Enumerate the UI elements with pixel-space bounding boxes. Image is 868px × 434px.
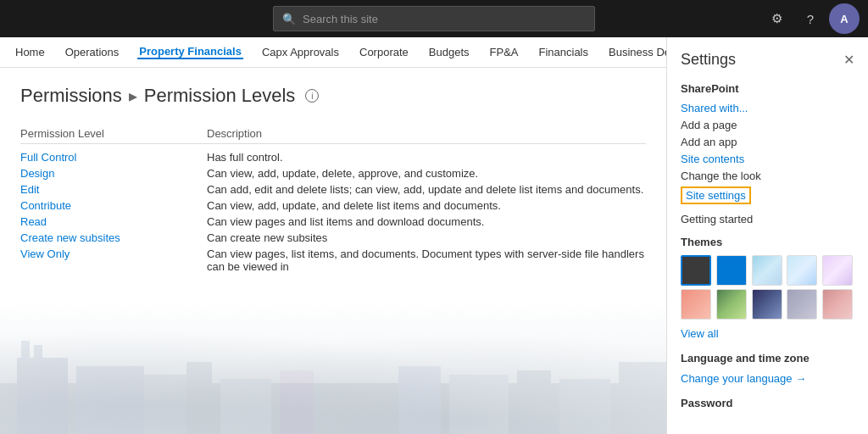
nav-item-property-financials[interactable]: Property Financials [137, 45, 243, 59]
row-desc: Can view pages and list items and downlo… [207, 215, 646, 228]
svg-rect-4 [76, 366, 144, 434]
nav-item-budgets[interactable]: Budgets [427, 46, 471, 58]
table-row: View Only Can view pages, list items, an… [20, 248, 646, 273]
row-level: Read [20, 215, 207, 228]
themes-view-all-link[interactable]: View all [681, 327, 719, 340]
settings-link-add-page[interactable]: Add a page [681, 119, 854, 131]
row-level: View Only [20, 248, 207, 260]
theme-swatch-rose[interactable] [822, 289, 853, 320]
svg-rect-1 [17, 358, 68, 434]
svg-rect-9 [322, 383, 390, 434]
page-content: Permissions ▸ Permission Levels i Permis… [0, 68, 666, 293]
theme-swatch-navy[interactable] [752, 289, 782, 320]
settings-link-shared-with[interactable]: Shared with... [681, 102, 854, 114]
table-row: Full Control Has full control. [20, 151, 646, 164]
settings-link-getting-started[interactable]: Getting started [681, 213, 854, 225]
help-button[interactable]: ? [795, 3, 826, 34]
content-area: Home Operations Property Financials Capx… [0, 37, 666, 434]
info-icon[interactable]: i [305, 89, 319, 103]
theme-swatch-sky[interactable] [787, 255, 817, 286]
settings-link-change-look[interactable]: Change the look [681, 170, 854, 182]
svg-rect-2 [21, 341, 30, 358]
theme-swatch-gray[interactable] [787, 289, 817, 320]
language-link[interactable]: Change your language → [681, 372, 806, 385]
breadcrumb-title: Permissions ▸ Permission Levels i [20, 85, 646, 107]
row-level: Create new subsites [20, 231, 207, 244]
row-level: Contribute [20, 199, 207, 212]
svg-rect-12 [517, 370, 551, 434]
table-row: Read Can view pages and list items and d… [20, 215, 646, 228]
svg-rect-13 [559, 379, 610, 434]
svg-rect-5 [144, 375, 186, 434]
password-section-title: Password [681, 397, 854, 409]
top-bar: 🔍 ⚙ ? A [0, 0, 868, 37]
settings-close-button[interactable]: ✕ [843, 53, 854, 67]
row-desc: Can add, edit and delete lists; can view… [207, 183, 646, 196]
svg-rect-14 [619, 362, 666, 434]
language-section-title: Language and time zone [681, 352, 854, 364]
row-level: Design [20, 167, 207, 180]
nav-item-fpa[interactable]: FP&A [488, 46, 520, 58]
nav-item-corporate[interactable]: Corporate [358, 46, 410, 58]
svg-rect-3 [34, 345, 42, 358]
svg-rect-6 [186, 362, 212, 434]
main-layout: Home Operations Property Financials Capx… [0, 37, 868, 434]
table-row: Design Can view, add, update, delete, ap… [20, 167, 646, 180]
top-icons: ⚙ ? A [761, 3, 860, 34]
nav-item-operations[interactable]: Operations [64, 46, 121, 58]
gear-button[interactable]: ⚙ [761, 3, 792, 34]
row-level: Edit [20, 183, 207, 196]
permissions-table: Permission Level Description Full Contro… [20, 127, 646, 273]
search-icon: 🔍 [282, 13, 296, 25]
themes-section-title: Themes [681, 236, 854, 248]
col-desc-header: Description [207, 127, 646, 140]
settings-link-site-contents[interactable]: Site contents [681, 153, 854, 165]
settings-panel: Settings ✕ SharePoint Shared with... Add… [666, 37, 868, 434]
row-desc: Can view pages, list items, and document… [207, 248, 646, 273]
row-desc: Can view, add, update, delete, approve, … [207, 167, 646, 180]
theme-swatch-dark[interactable] [681, 255, 711, 286]
search-box[interactable]: 🔍 [273, 6, 595, 31]
breadcrumb-parent: Permissions [20, 85, 122, 107]
nav-item-financials[interactable]: Financials [537, 46, 590, 58]
table-header: Permission Level Description [20, 127, 646, 144]
breadcrumb-chevron: ▸ [129, 86, 137, 106]
search-input[interactable] [303, 13, 586, 25]
row-level: Full Control [20, 151, 207, 164]
settings-title: Settings [681, 51, 736, 69]
themes-grid [681, 255, 854, 320]
row-desc: Can create new subsites [207, 231, 646, 244]
settings-header: Settings ✕ [681, 51, 854, 69]
table-row: Create new subsites Can create new subsi… [20, 231, 646, 244]
theme-swatch-light-blue[interactable] [752, 255, 782, 286]
avatar-button[interactable]: A [829, 3, 860, 34]
svg-rect-11 [449, 375, 509, 434]
table-row: Edit Can add, edit and delete lists; can… [20, 183, 646, 196]
row-desc: Has full control. [207, 151, 646, 164]
row-desc: Can view, add, update, and delete list i… [207, 199, 646, 212]
table-row: Contribute Can view, add, update, and de… [20, 199, 646, 212]
theme-swatch-purple[interactable] [822, 255, 853, 286]
language-section: Language and time zone Change your langu… [681, 352, 854, 385]
breadcrumb-child: Permission Levels [144, 85, 296, 107]
nav-item-home[interactable]: Home [14, 46, 47, 58]
settings-link-add-app[interactable]: Add an app [681, 136, 854, 148]
svg-rect-10 [398, 366, 441, 434]
svg-rect-8 [280, 370, 314, 434]
sharepoint-section-title: SharePoint [681, 82, 854, 95]
svg-rect-7 [220, 379, 271, 434]
nav-item-capx[interactable]: Capx Approvals [260, 46, 341, 58]
col-level-header: Permission Level [20, 127, 207, 140]
background-image [0, 298, 666, 434]
theme-swatch-green[interactable] [716, 289, 747, 320]
theme-swatch-orange[interactable] [681, 289, 711, 320]
theme-swatch-blue[interactable] [716, 255, 747, 286]
nav-item-bizdev[interactable]: Business Development [607, 46, 666, 58]
password-section: Password [681, 397, 854, 409]
settings-link-site-settings[interactable]: Site settings [681, 186, 751, 204]
nav-bar: Home Operations Property Financials Capx… [0, 37, 666, 68]
